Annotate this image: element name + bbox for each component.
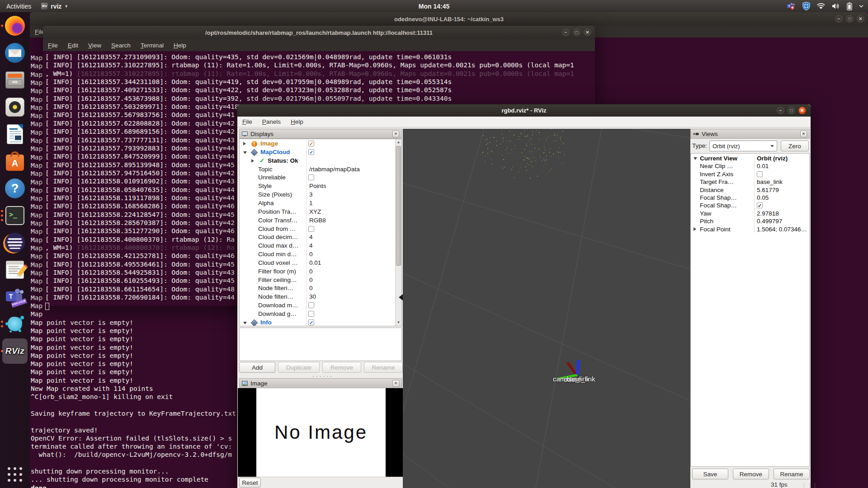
tree-row[interactable]: Position Tra…XYZ	[240, 208, 401, 216]
property-value[interactable]: 4	[309, 242, 313, 250]
menu-terminal[interactable]: Terminal	[136, 42, 169, 49]
property-value[interactable]: 0	[309, 276, 313, 285]
tree-row[interactable]: Invert Z Axis	[691, 170, 809, 178]
zero-button[interactable]: Zero	[781, 141, 809, 151]
tree-row[interactable]: !Image✓	[240, 140, 401, 148]
remove-view-button[interactable]: Remove	[733, 469, 769, 479]
property-value[interactable]: 3	[309, 191, 313, 199]
rviz-menu-panels[interactable]: Panels	[257, 118, 286, 125]
minimize-button[interactable]: −	[777, 107, 784, 114]
maximize-button[interactable]: □	[573, 28, 580, 36]
expand-arrow-icon[interactable]	[243, 151, 247, 154]
displays-panel-header[interactable]: Displays ✕	[239, 129, 402, 139]
property-value[interactable]: 0.01	[309, 259, 321, 267]
save-view-button[interactable]: Save	[692, 469, 728, 479]
property-checkbox[interactable]	[308, 174, 314, 180]
rviz-menu-file[interactable]: File	[237, 118, 257, 125]
dock-item-text-editor[interactable]	[0, 256, 30, 283]
property-checkbox[interactable]: ✓	[757, 202, 763, 208]
tree-row[interactable]: Focal Shap…✓	[691, 202, 809, 209]
property-value[interactable]: Points	[309, 182, 326, 191]
views-tree[interactable]: Current ViewOrbit (rviz)Near Clip …0.01I…	[690, 153, 810, 467]
tree-row[interactable]: Distance5.61779	[691, 186, 809, 194]
dock-item-thunderbird[interactable]	[0, 39, 30, 66]
dock-item-ubuntu-software[interactable]: A	[0, 148, 30, 175]
property-value[interactable]: Orbit (rviz)	[757, 155, 788, 162]
tree-row[interactable]: Cloud voxel …0.01	[240, 259, 401, 267]
menu-search[interactable]: Search	[106, 42, 136, 49]
dock-item-help[interactable]: ?	[0, 175, 30, 202]
enabled-checkbox[interactable]: ✓	[308, 141, 314, 146]
tree-row[interactable]: Near Clip …0.01	[691, 162, 809, 170]
dock-item-teams[interactable]: TPREVIEW	[0, 283, 30, 310]
dock-item-firefox[interactable]	[0, 12, 30, 39]
tree-row[interactable]: Focal Point1.5064; 0.07346…	[691, 225, 809, 233]
close-icon[interactable]: ✕	[392, 380, 399, 387]
dock-item-libreoffice-writer[interactable]	[0, 121, 30, 148]
tree-row[interactable]: Download g…	[240, 310, 401, 319]
enabled-checkbox[interactable]: ✓	[308, 149, 314, 155]
views-panel-header[interactable]: Views ✕	[690, 129, 810, 139]
teams-tray-icon[interactable]: T	[787, 2, 796, 10]
enabled-checkbox[interactable]: ✓	[308, 319, 314, 325]
close-icon[interactable]: ✕	[392, 131, 399, 137]
image-panel-header[interactable]: Image ✕	[239, 378, 402, 388]
battery-icon[interactable]	[847, 2, 852, 10]
scroll-down-icon[interactable]: ▼	[396, 319, 401, 326]
rtabmap-terminal-titlebar[interactable]: /opt/ros/melodic/share/rtabmap_ros/launc…	[43, 26, 595, 39]
tree-row[interactable]: Filter ceiling…0	[240, 276, 401, 285]
tree-row[interactable]: Color Transf…RGB8	[240, 216, 401, 225]
tree-row[interactable]: Alpha1	[240, 199, 401, 208]
minimize-button[interactable]: −	[562, 28, 570, 36]
tree-row[interactable]: ✓Status: Ok	[240, 157, 401, 165]
tree-row[interactable]: Topic/rtabmap/mapData	[240, 165, 401, 174]
scrollbar-thumb[interactable]	[396, 146, 401, 266]
expand-arrow-icon[interactable]	[243, 142, 246, 145]
property-value[interactable]: 0.499797	[757, 217, 782, 225]
maximize-button[interactable]: □	[788, 107, 795, 114]
rviz-menu-help[interactable]: Help	[286, 118, 308, 125]
menu-edit[interactable]: Edit	[63, 42, 83, 49]
property-value[interactable]: base_link	[757, 178, 783, 186]
activities-button[interactable]: Activities	[0, 0, 38, 12]
menu-view[interactable]: View	[83, 42, 106, 49]
expand-arrow-icon[interactable]	[243, 322, 247, 324]
tree-row[interactable]: Node filteri…30	[240, 293, 401, 301]
scroll-up-icon[interactable]: ▲	[396, 139, 401, 145]
close-button[interactable]: ✕	[584, 28, 591, 36]
property-value[interactable]: 1.5064; 0.07346…	[757, 225, 807, 233]
add-button[interactable]: Add	[239, 362, 275, 373]
expand-arrow-icon[interactable]	[693, 227, 696, 231]
minimize-button[interactable]: −	[835, 15, 843, 23]
property-value[interactable]: RGB8	[309, 216, 326, 225]
property-value[interactable]: 0.05	[757, 194, 769, 202]
tree-row[interactable]: Cloud decim…4	[240, 233, 401, 242]
app-menu[interactable]: RV rviz ▼	[38, 0, 72, 12]
property-value[interactable]: 0.01	[757, 162, 769, 170]
expand-arrow-icon[interactable]	[693, 157, 697, 160]
dock-item-eclipse[interactable]	[0, 229, 30, 256]
tree-row[interactable]: Node filteri…0	[240, 284, 401, 293]
clock[interactable]: Mon 14:45	[419, 3, 449, 10]
property-value[interactable]: 0	[309, 250, 313, 259]
property-value[interactable]: XYZ	[309, 208, 321, 216]
close-button[interactable]: ✕	[798, 107, 806, 114]
property-value[interactable]: 5.61779	[757, 186, 779, 194]
dock-item-files[interactable]	[0, 66, 30, 94]
close-icon[interactable]: ✕	[800, 131, 807, 137]
property-checkbox[interactable]	[308, 226, 314, 232]
tree-row[interactable]: StylePoints	[240, 182, 401, 191]
property-value[interactable]: 30	[309, 293, 316, 301]
menu-file[interactable]: File	[43, 42, 63, 49]
dock-item-krita[interactable]	[0, 310, 30, 338]
tree-row[interactable]: Cloud from …	[240, 225, 401, 234]
3d-viewport[interactable]: camera_linkodombase_link	[403, 129, 690, 488]
displays-tree[interactable]: !Image✓MapCloud✓✓Status: OkTopic/rtabmap…	[239, 139, 402, 326]
property-value[interactable]: 4	[309, 233, 313, 242]
tree-row[interactable]: Unreliable	[240, 174, 401, 182]
tree-row[interactable]: Yaw2.97818	[691, 210, 809, 217]
rename-view-button[interactable]: Rename	[774, 469, 810, 479]
chevron-down-icon[interactable]	[859, 5, 863, 8]
tree-row[interactable]: Focal Shap…0.05	[691, 194, 809, 202]
property-checkbox[interactable]	[308, 302, 314, 308]
